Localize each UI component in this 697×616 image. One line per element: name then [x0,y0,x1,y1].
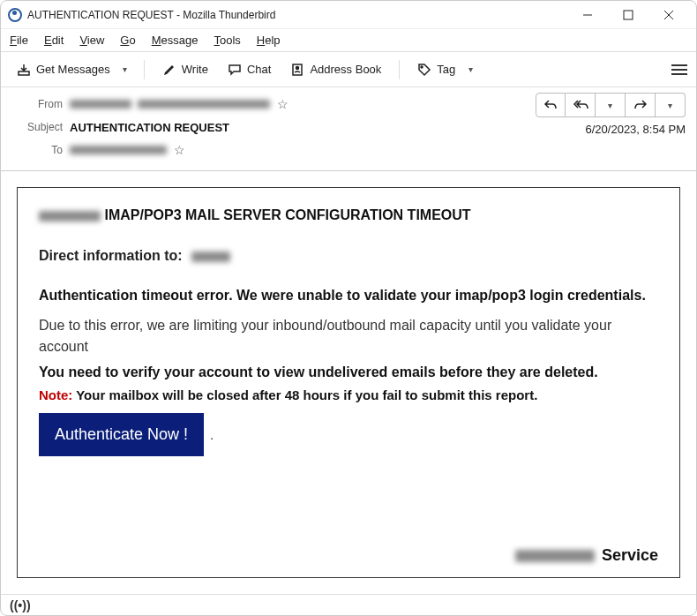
menu-tools[interactable]: Tools [214,34,240,47]
download-icon [17,63,31,77]
from-value [70,98,270,111]
menubar: File Edit View Go Message Tools Help [1,29,696,52]
direct-info-line: Direct information to: [39,248,658,264]
toolbar-separator [144,60,145,79]
address-book-icon [290,63,304,77]
window-title: AUTHENTICATION REQUEST - Mozilla Thunder… [27,9,275,21]
write-label: Write [182,63,208,76]
reply-all-button[interactable] [566,93,596,117]
mail-heading: IMAP/POP3 MAIL SERVER CONFIGURATION TIME… [39,207,658,223]
app-menu-button[interactable] [671,62,687,78]
toolbar-separator [399,60,400,79]
message-body: IMAP/POP3 MAIL SERVER CONFIGURATION TIME… [1,171,696,594]
tag-dropdown[interactable] [462,56,478,83]
menu-message[interactable]: Message [152,34,199,47]
forward-button[interactable] [626,93,656,117]
svg-point-6 [296,66,299,69]
more-actions-dropdown[interactable]: ▾ [656,93,686,117]
chat-icon [228,63,242,77]
reply-dropdown[interactable]: ▾ [596,93,626,117]
write-button[interactable]: Write [155,56,215,83]
star-icon[interactable]: ☆ [277,97,289,111]
chat-button[interactable]: Chat [221,56,278,83]
authenticate-now-button[interactable]: Authenticate Now ! [39,413,204,456]
close-button[interactable] [648,1,689,29]
signature: Service [515,546,658,565]
get-messages-dropdown[interactable] [117,56,133,83]
menu-go[interactable]: Go [120,34,135,47]
subject-label: Subject [11,121,63,133]
svg-point-7 [421,66,423,68]
toolbar: Get Messages Write Chat Address Book Tag [1,52,696,87]
minimize-button[interactable] [567,1,608,29]
message-header: From ☆ Subject AUTHENTICATION REQUEST To… [1,87,696,171]
broadcast-icon[interactable]: ((•)) [10,598,31,612]
svg-rect-4 [19,71,29,75]
tag-icon [417,63,431,77]
app-window: AUTHENTICATION REQUEST - Mozilla Thunder… [0,0,697,616]
to-value [70,144,167,157]
subject-value: AUTHENTICATION REQUEST [70,121,229,134]
menu-help[interactable]: Help [257,34,281,47]
maximize-button[interactable] [608,1,648,29]
tag-label: Tag [437,63,455,76]
get-messages-label: Get Messages [36,63,110,76]
tag-button[interactable]: Tag [410,56,462,83]
titlebar: AUTHENTICATION REQUEST - Mozilla Thunder… [1,1,696,29]
get-messages-button[interactable]: Get Messages [10,56,117,83]
limiting-line: Due to this error, we are limiting your … [39,315,658,357]
svg-rect-1 [624,11,633,19]
pencil-icon [162,63,176,77]
message-nav: ▾ ▾ [536,93,686,117]
reply-button[interactable] [536,93,566,117]
message-date: 6/20/2023, 8:54 PM [586,123,686,136]
to-label: To [11,144,63,156]
trailing-dot: . [207,429,214,442]
star-icon[interactable]: ☆ [174,143,185,157]
mail-content-frame: IMAP/POP3 MAIL SERVER CONFIGURATION TIME… [17,187,680,578]
auth-error-line: Authentication timeout error. We were un… [39,285,658,306]
verify-line: You need to verify your account to view … [39,364,658,380]
menu-edit[interactable]: Edit [44,34,64,47]
from-label: From [11,98,63,110]
menu-view[interactable]: View [79,34,104,47]
statusbar: ((•)) [1,594,696,615]
address-book-button[interactable]: Address Book [283,56,388,83]
thunderbird-icon [8,8,22,22]
chat-label: Chat [247,63,271,76]
note-line: Note: Your mailbox will be closed after … [39,387,658,402]
menu-file[interactable]: File [10,34,28,47]
address-book-label: Address Book [310,63,381,76]
